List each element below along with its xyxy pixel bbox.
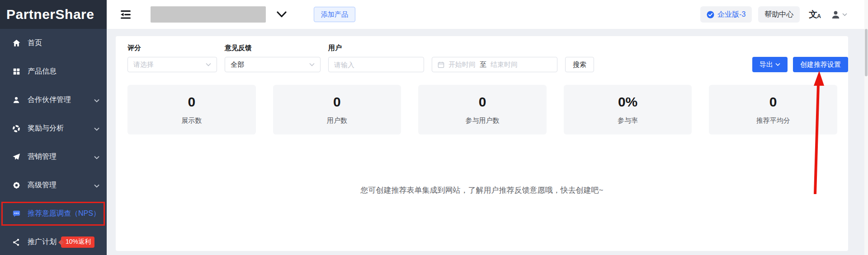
date-range-picker[interactable]: 开始时间 至 结束时间 <box>432 57 557 72</box>
sidebar-item-promotion[interactable]: 推广计划 10%返利 <box>0 228 107 255</box>
chevron-down-icon <box>94 96 99 104</box>
feedback-label: 意见反馈 <box>225 44 321 52</box>
chevron-down-icon <box>309 63 315 66</box>
sidebar-item-label: 产品信息 <box>28 67 57 76</box>
promotion-share-icon <box>12 238 21 247</box>
user-avatar-icon <box>831 10 840 19</box>
filter-user: 用户 <box>328 44 424 72</box>
sidebar-item-label: 营销管理 <box>28 152 57 162</box>
plan-badge[interactable]: 企业版-3 <box>700 6 752 23</box>
stat-label: 参与率 <box>618 116 638 125</box>
user-input-wrap <box>328 57 424 72</box>
stat-card-average-score: 0 推荐平均分 <box>709 85 837 134</box>
topbar-right: 企业版-3 帮助中心 文A <box>700 6 847 23</box>
home-icon <box>12 39 21 48</box>
sidebar: PartnerShare 首页 产品信息 合作伙伴管理 <box>0 0 107 255</box>
date-end-placeholder: 结束时间 <box>491 60 518 69</box>
marketing-send-icon <box>12 153 21 162</box>
stat-value: 0 <box>188 94 195 110</box>
sidebar-nav: 首页 产品信息 合作伙伴管理 <box>0 29 107 255</box>
sidebar-item-home[interactable]: 首页 <box>0 29 107 57</box>
search-button[interactable]: 搜索 <box>565 57 594 72</box>
product-name-redacted[interactable] <box>151 6 266 23</box>
advanced-gear-icon <box>12 181 21 190</box>
stat-label: 用户数 <box>327 116 347 125</box>
sidebar-item-label: 合作伙伴管理 <box>28 95 71 105</box>
sidebar-item-label: 推荐意愿调查（NPS） <box>28 209 100 218</box>
help-center-button[interactable]: 帮助中心 <box>758 6 800 23</box>
stat-label: 参与用户数 <box>465 116 499 125</box>
scrollbar-thumb[interactable] <box>865 29 868 76</box>
sidebar-item-label: 首页 <box>28 38 42 48</box>
user-input[interactable] <box>334 61 418 69</box>
action-buttons: 导出 创建推荐设置 <box>752 57 848 72</box>
sidebar-item-advanced[interactable]: 高级管理 <box>0 171 107 199</box>
stats-row: 0 展示数 0 用户数 0 参与用户数 0% 参与率 0 推荐平均分 <box>116 85 848 134</box>
stat-value: 0 <box>333 94 341 110</box>
stat-label: 推荐平均分 <box>756 116 790 125</box>
date-start-placeholder: 开始时间 <box>448 60 476 69</box>
partners-user-icon <box>12 96 21 105</box>
stat-value: 0% <box>618 94 637 110</box>
sidebar-item-marketing[interactable]: 营销管理 <box>0 143 107 171</box>
date-separator: 至 <box>480 60 486 69</box>
chevron-down-icon <box>775 63 780 66</box>
filter-rating: 评分 请选择 <box>127 44 217 72</box>
user-avatar-menu[interactable] <box>831 10 847 19</box>
sidebar-item-rewards[interactable]: 奖励与分析 <box>0 114 107 143</box>
product-chevron-down-icon[interactable] <box>277 11 287 18</box>
sidebar-item-partners[interactable]: 合作伙伴管理 <box>0 86 107 114</box>
check-circle-icon <box>707 11 714 19</box>
topbar: 添加产品 企业版-3 帮助中心 文A <box>107 0 864 29</box>
stat-label: 展示数 <box>181 116 202 125</box>
page-scrollbar[interactable] <box>864 0 868 255</box>
sidebar-item-label: 高级管理 <box>28 181 57 190</box>
sidebar-item-label: 推广计划 <box>28 237 57 247</box>
calendar-icon <box>438 61 444 68</box>
stat-card-participation-rate: 0% 参与率 <box>564 85 692 134</box>
rating-label: 评分 <box>127 44 217 52</box>
empty-state-message: 您可创建推荐表单集成到网站，了解用户推荐反馈意愿哦，快去创建吧~ <box>116 185 848 195</box>
user-label: 用户 <box>328 44 424 52</box>
rating-select[interactable]: 请选择 <box>127 57 217 72</box>
create-recommendation-button[interactable]: 创建推荐设置 <box>793 57 848 72</box>
sidebar-item-label: 奖励与分析 <box>28 124 64 133</box>
stat-value: 0 <box>479 94 486 110</box>
export-button[interactable]: 导出 <box>752 57 788 72</box>
rating-placeholder: 请选择 <box>133 60 154 69</box>
chevron-down-icon <box>842 13 847 16</box>
content-card: 评分 请选择 意见反馈 全部 用户 <box>116 36 848 251</box>
plan-badge-label: 企业版-3 <box>717 10 745 19</box>
feedback-value: 全部 <box>231 60 244 69</box>
feedback-select[interactable]: 全部 <box>225 57 321 72</box>
stat-card-users: 0 用户数 <box>273 85 401 134</box>
sidebar-item-nps-survey[interactable]: 推荐意愿调查（NPS） <box>0 199 107 228</box>
stat-value: 0 <box>769 94 777 110</box>
rewards-lifebuoy-icon <box>12 124 21 133</box>
nps-chat-icon <box>12 209 21 218</box>
products-grid-icon <box>12 67 21 76</box>
brand-logo[interactable]: PartnerShare <box>0 0 107 29</box>
create-label: 创建推荐设置 <box>800 60 841 69</box>
chevron-down-icon <box>94 125 99 133</box>
filter-row: 评分 请选择 意见反馈 全部 用户 <box>116 36 848 72</box>
chevron-down-icon <box>94 181 99 190</box>
export-label: 导出 <box>760 60 773 69</box>
chevron-down-icon <box>206 63 211 66</box>
help-center-label: 帮助中心 <box>764 10 793 19</box>
translate-icon[interactable]: 文A <box>809 9 821 20</box>
filter-feedback: 意见反馈 全部 <box>225 44 321 72</box>
collapse-menu-icon[interactable] <box>120 10 132 19</box>
chevron-down-icon <box>94 153 99 161</box>
stat-card-impressions: 0 展示数 <box>127 85 256 134</box>
stat-card-participants: 0 参与用户数 <box>418 85 547 134</box>
rebate-badge: 10%返利 <box>61 236 94 248</box>
app-window: PartnerShare 首页 产品信息 合作伙伴管理 <box>0 0 868 255</box>
sidebar-item-products[interactable]: 产品信息 <box>0 57 107 86</box>
add-product-button[interactable]: 添加产品 <box>314 7 355 22</box>
